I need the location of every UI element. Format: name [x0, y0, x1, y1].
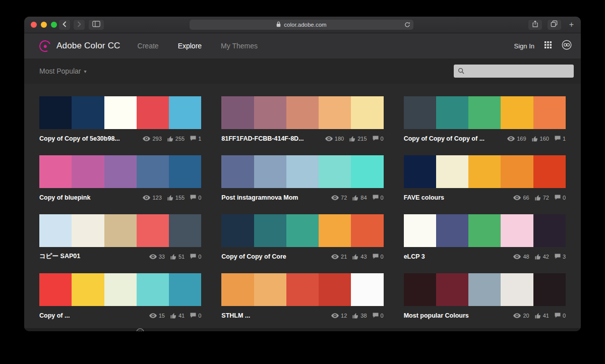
color-swatch[interactable]: [436, 214, 468, 247]
palette-card[interactable]: Most popular Colours 20 41 0: [404, 273, 566, 319]
color-swatch[interactable]: [286, 155, 319, 188]
color-swatch[interactable]: [254, 155, 286, 188]
footer-terms-link[interactable]: Terms of Use: [391, 328, 425, 331]
color-swatch[interactable]: [501, 155, 533, 188]
color-swatch[interactable]: [169, 155, 201, 188]
tab-overview-button[interactable]: [547, 19, 562, 30]
color-swatch[interactable]: [72, 155, 104, 188]
color-swatch[interactable]: [468, 273, 501, 306]
color-swatch[interactable]: [254, 214, 286, 247]
color-swatch[interactable]: [169, 214, 201, 247]
color-swatch[interactable]: [104, 155, 137, 188]
color-swatch[interactable]: [319, 96, 351, 129]
color-swatch[interactable]: [72, 273, 104, 306]
palette-card[interactable]: eLCP 3 48 42 3: [404, 214, 566, 260]
sort-dropdown[interactable]: Most Popular ▾: [39, 67, 87, 75]
address-bar[interactable]: color.adobe.com: [190, 20, 413, 30]
color-swatch[interactable]: [468, 155, 501, 188]
color-swatch[interactable]: [221, 96, 254, 129]
color-swatch[interactable]: [137, 96, 169, 129]
color-swatch[interactable]: [404, 273, 436, 306]
comment-icon: [190, 136, 196, 141]
color-swatch[interactable]: [404, 155, 436, 188]
color-swatch[interactable]: [72, 214, 104, 247]
color-swatch[interactable]: [533, 96, 566, 129]
new-tab-button[interactable]: +: [566, 19, 577, 30]
color-swatch[interactable]: [169, 96, 201, 129]
nav-my-themes[interactable]: My Themes: [221, 42, 258, 50]
color-swatch[interactable]: [286, 96, 319, 129]
thumb-up-icon: [349, 136, 355, 142]
minimize-window-button[interactable]: [41, 22, 47, 28]
palette-card[interactable]: Copy of Copy of Core 21 43 0: [221, 214, 383, 260]
color-swatch[interactable]: [286, 273, 319, 306]
color-swatch[interactable]: [319, 214, 351, 247]
sign-in-button[interactable]: Sign In: [514, 42, 534, 50]
adobe-color-logo-icon[interactable]: [38, 38, 52, 53]
forward-button[interactable]: [73, 19, 85, 30]
color-swatch[interactable]: [533, 273, 566, 306]
color-swatch[interactable]: [501, 96, 533, 129]
color-swatch[interactable]: [39, 214, 72, 247]
color-swatch[interactable]: [72, 96, 104, 129]
palette-card[interactable]: Copy of Copy of 5e30b98... 293 255 1: [39, 96, 201, 142]
footer-privacy-link[interactable]: Privacy Policy: [437, 328, 473, 331]
color-swatch[interactable]: [169, 273, 201, 306]
color-swatch[interactable]: [436, 96, 468, 129]
color-swatch[interactable]: [501, 214, 533, 247]
color-swatch[interactable]: [319, 155, 351, 188]
color-swatch[interactable]: [436, 273, 468, 306]
zoom-window-button[interactable]: [51, 22, 57, 28]
color-swatch[interactable]: [39, 96, 72, 129]
refresh-icon[interactable]: [404, 22, 410, 29]
footer-language-link[interactable]: English: [279, 328, 298, 331]
palette-card[interactable]: 81FF1FAD-FCBB-414F-8D... 180 215 0: [221, 96, 383, 142]
color-swatch[interactable]: [221, 214, 254, 247]
nav-explore[interactable]: Explore: [178, 42, 202, 50]
color-swatch[interactable]: [533, 214, 566, 247]
sidebar-toggle-button[interactable]: [88, 19, 104, 30]
palette-stats: 21 43 0: [331, 254, 384, 260]
footer-more-link[interactable]: More: [345, 328, 358, 331]
palette-meta: Most popular Colours 20 41 0: [404, 312, 566, 319]
color-swatch[interactable]: [319, 273, 351, 306]
color-swatch[interactable]: [436, 155, 468, 188]
color-swatch[interactable]: [351, 273, 383, 306]
palette-card[interactable]: コピー SAP01 33 51 0: [39, 214, 201, 260]
color-swatch[interactable]: [137, 273, 169, 306]
color-swatch[interactable]: [137, 214, 169, 247]
color-swatch[interactable]: [468, 96, 501, 129]
color-swatch[interactable]: [39, 273, 72, 306]
color-swatch[interactable]: [351, 96, 383, 129]
palette-card[interactable]: FAVE colours 66 72 0: [404, 155, 566, 201]
palette-card[interactable]: STHLM ... 12 38 0: [221, 273, 383, 319]
creative-cloud-icon[interactable]: [562, 40, 572, 52]
color-swatch[interactable]: [501, 273, 533, 306]
close-window-button[interactable]: [31, 22, 37, 28]
nav-create[interactable]: Create: [138, 42, 159, 50]
search-input[interactable]: [454, 65, 574, 78]
color-swatch[interactable]: [404, 214, 436, 247]
palette-card[interactable]: Copy of ... 15 41 0: [39, 273, 201, 319]
color-swatch[interactable]: [254, 273, 286, 306]
color-swatch[interactable]: [104, 214, 137, 247]
color-swatch[interactable]: [254, 96, 286, 129]
back-button[interactable]: [58, 19, 71, 30]
color-swatch[interactable]: [137, 155, 169, 188]
color-swatch[interactable]: [104, 273, 137, 306]
color-swatch[interactable]: [533, 155, 566, 188]
color-swatch[interactable]: [221, 273, 254, 306]
share-button[interactable]: [528, 19, 542, 30]
color-swatch[interactable]: [468, 214, 501, 247]
color-swatch[interactable]: [104, 96, 137, 129]
color-swatch[interactable]: [221, 155, 254, 188]
color-swatch[interactable]: [404, 96, 436, 129]
color-swatch[interactable]: [351, 214, 383, 247]
palette-card[interactable]: Copy of Copy of Copy of ... 169 160 1: [404, 96, 566, 142]
apps-grid-icon[interactable]: [544, 41, 552, 50]
color-swatch[interactable]: [286, 214, 319, 247]
color-swatch[interactable]: [351, 155, 383, 188]
palette-card[interactable]: Copy of bluepink 123 155 0: [39, 155, 201, 201]
palette-card[interactable]: Post instagramnova Mom 72 84 0: [221, 155, 383, 201]
color-swatch[interactable]: [39, 155, 72, 188]
